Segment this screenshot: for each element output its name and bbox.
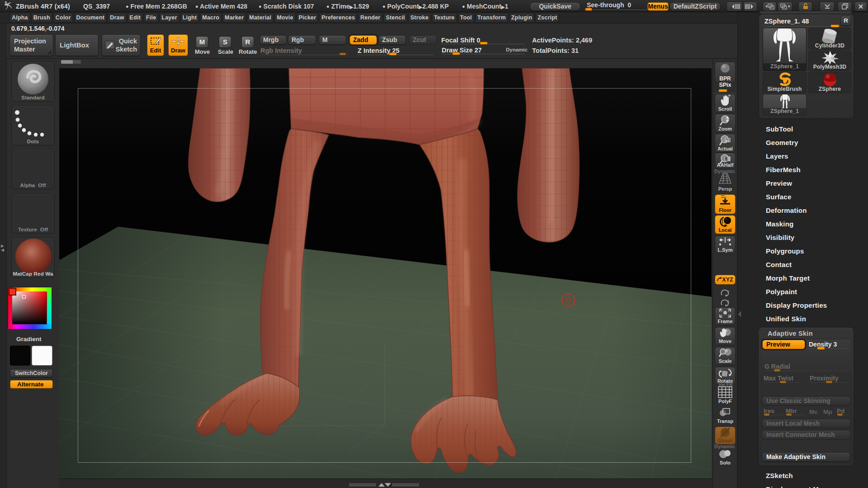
svg-text:Y: Y — [727, 290, 730, 294]
svg-text:Z: Z — [727, 300, 729, 304]
svg-text:x1: x1 — [726, 139, 729, 142]
